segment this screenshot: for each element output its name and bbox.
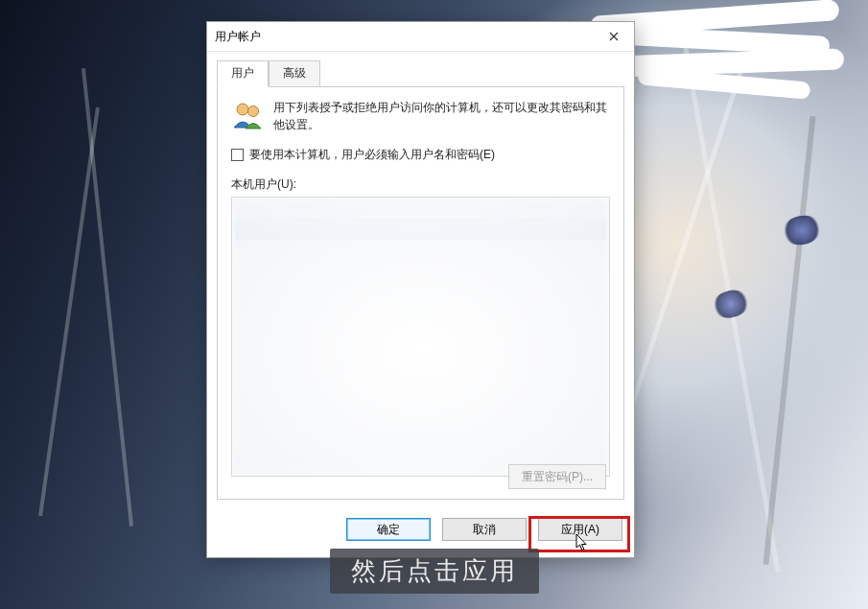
ok-button[interactable]: 确定: [346, 518, 431, 541]
titlebar[interactable]: 用户帐户: [207, 22, 634, 52]
user-accounts-dialog: 用户帐户 用户 高级 用下列表: [206, 21, 635, 558]
svg-point-1: [248, 106, 259, 117]
cancel-button[interactable]: 取消: [442, 518, 527, 541]
svg-point-0: [237, 104, 248, 115]
close-icon: [609, 32, 619, 41]
intro-text: 用下列表授予或拒绝用户访问你的计算机，还可以更改其密码和其他设置。: [273, 99, 610, 133]
tab-panel-users: 用下列表授予或拒绝用户访问你的计算机，还可以更改其密码和其他设置。 要使用本计算…: [217, 86, 624, 500]
require-login-checkbox-row[interactable]: 要使用本计算机，用户必须输入用户名和密码(E): [231, 147, 610, 163]
tab-advanced[interactable]: 高级: [269, 60, 320, 87]
close-button[interactable]: [594, 22, 634, 51]
desktop-wallpaper: 用户帐户 用户 高级 用下列表: [0, 0, 868, 609]
dialog-title: 用户帐户: [215, 29, 594, 45]
local-users-label: 本机用户(U):: [231, 176, 610, 193]
local-users-list[interactable]: [231, 197, 610, 477]
apply-button[interactable]: 应用(A): [538, 518, 622, 541]
tabstrip: 用户 高级: [207, 52, 634, 86]
users-icon: [231, 99, 264, 131]
tab-users[interactable]: 用户: [217, 60, 269, 87]
require-login-label: 要使用本计算机，用户必须输入用户名和密码(E): [249, 147, 495, 163]
require-login-checkbox[interactable]: [231, 149, 244, 161]
subtitle-caption: 然后点击应用: [330, 549, 539, 594]
reset-password-button[interactable]: 重置密码(P)...: [508, 464, 606, 489]
